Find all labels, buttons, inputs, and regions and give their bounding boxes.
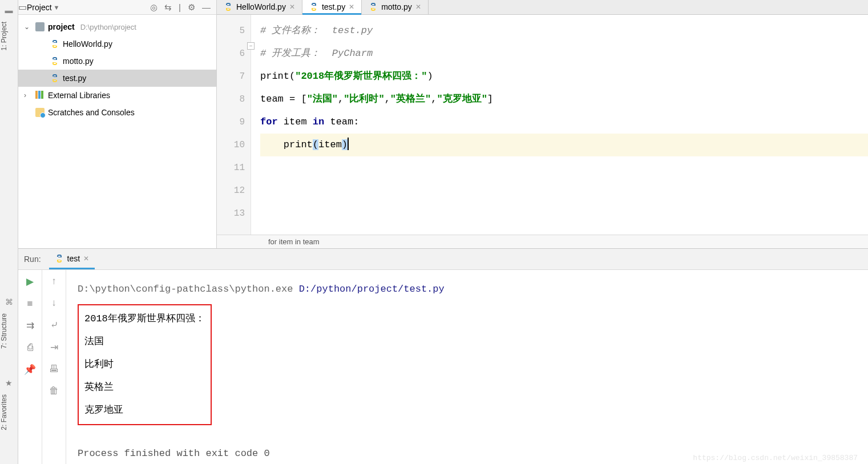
trash-icon[interactable]: 🗑 (49, 385, 59, 397)
console-command: D:\python\config-pathclass\python.exe D:… (78, 278, 857, 301)
gutter: – 5678910111213 (217, 15, 251, 235)
console-output[interactable]: D:\python\config-pathclass\python.exe D:… (66, 270, 868, 464)
layout-icon[interactable]: ⇉ (26, 320, 34, 332)
collapse-icon[interactable]: ⇆ (164, 2, 172, 13)
stop-icon[interactable]: ■ (27, 298, 33, 309)
run-label: Run: (24, 255, 41, 264)
run-tab-label: test (67, 254, 80, 263)
project-header: ▭ Project ▼ ◎ ⇆ | ⚙ — (18, 0, 216, 15)
python-icon (309, 2, 318, 11)
scratch-icon (35, 108, 45, 117)
chevron-down-icon[interactable]: ⌄ (24, 23, 32, 31)
tree-file[interactable]: test.py (18, 70, 216, 87)
tree-external-label: External Libraries (48, 91, 110, 100)
tree-scratches-label: Scratches and Consoles (48, 108, 135, 117)
project-dropdown-label[interactable]: Project (27, 3, 52, 12)
watermark: https://blog.csdn.net/weixin_39858387 (693, 447, 858, 464)
breadcrumb[interactable]: for item in team (217, 235, 868, 248)
folder-open-icon[interactable]: ▭ (18, 2, 27, 13)
editor-tabs: HelloWorld.py✕test.py✕motto.py✕ (217, 0, 868, 15)
close-icon[interactable]: ✕ (83, 255, 89, 263)
star-icon: ★ (0, 376, 18, 390)
code-line[interactable]: team = ["法国","比利时","英格兰","克罗地亚"] (260, 88, 868, 111)
tree-external[interactable]: › External Libraries (18, 87, 216, 104)
tree-root[interactable]: ⌄ project D:\python\project (18, 18, 216, 35)
tree-file-name: test.py (63, 74, 86, 83)
tab-label: motto.py (381, 2, 412, 11)
tree-file[interactable]: motto.py (18, 53, 216, 70)
tree-root-name: project (48, 22, 75, 31)
play-icon[interactable]: ▶ (26, 276, 34, 288)
close-icon[interactable]: ✕ (289, 3, 295, 11)
console-line: 2018年俄罗斯世界杯四强： (84, 308, 205, 330)
code-line[interactable]: for item in team: (260, 111, 868, 134)
rail-structure[interactable]: 7: Structure (0, 309, 8, 353)
tree-file-name: motto.py (63, 57, 94, 66)
console-line: 法国 (84, 330, 205, 353)
run-tools-primary: ▶ ■ ⇉ ⎙ 📌 (18, 270, 42, 464)
tree-file-name: HelloWorld.py (63, 39, 112, 49)
export-icon[interactable]: ⎙ (27, 342, 33, 353)
print-icon[interactable]: 🖶 (49, 364, 59, 375)
close-icon[interactable]: ✕ (415, 3, 421, 11)
code-line[interactable]: print(item) (260, 134, 868, 156)
project-sidebar: ▭ Project ▼ ◎ ⇆ | ⚙ — ⌄ project D:\pytho… (18, 0, 217, 248)
editor-area: HelloWorld.py✕test.py✕motto.py✕ – 567891… (217, 0, 868, 248)
tree-root-path: D:\python\project (80, 23, 136, 31)
run-header: Run: test ✕ (18, 249, 868, 270)
code-content[interactable]: # 文件名称： test.py# 开发工具： PyCharmprint("201… (251, 15, 868, 235)
code-line[interactable] (260, 156, 868, 179)
divider-icon: | (179, 2, 181, 13)
run-panel: Run: test ✕ ▶ ■ ⇉ ⎙ 📌 ↑ ↓ ⤶ ⇥ 🖶 🗑 D:\pyt… (18, 248, 868, 464)
tab-label: HelloWorld.py (236, 2, 286, 11)
code-line[interactable]: print("2018年俄罗斯世界杯四强：") (260, 65, 868, 88)
python-icon (50, 39, 59, 49)
close-icon[interactable]: ✕ (349, 3, 354, 11)
pin-icon[interactable]: 📌 (24, 364, 36, 376)
python-icon (224, 2, 233, 11)
rail-favorites[interactable]: 2: Favorites (0, 390, 8, 435)
tree-file[interactable]: HelloWorld.py (18, 35, 216, 53)
console-line: 比利时 (84, 353, 205, 376)
chevron-right-icon[interactable]: › (24, 91, 32, 99)
python-icon (55, 254, 64, 263)
run-tools-secondary: ↑ ↓ ⤶ ⇥ 🖶 🗑 (42, 270, 66, 464)
console-line: 英格兰 (84, 376, 205, 399)
code-line[interactable]: # 文件名称： test.py (260, 19, 868, 42)
code-line[interactable]: # 开发工具： PyCharm (260, 42, 868, 65)
library-icon (35, 91, 45, 100)
fold-toggle-icon[interactable]: – (247, 42, 255, 50)
tab-label: test.py (322, 2, 345, 11)
up-icon[interactable]: ↑ (51, 276, 56, 287)
console-highlight-box: 2018年俄罗斯世界杯四强：法国比利时英格兰克罗地亚 (78, 304, 212, 425)
code-line[interactable] (260, 202, 868, 225)
chevron-down-icon[interactable]: ▼ (54, 4, 60, 11)
rail-project[interactable]: 1: Project (0, 17, 8, 55)
code-area[interactable]: – 5678910111213 # 文件名称： test.py# 开发工具： P… (217, 15, 868, 235)
hide-icon[interactable]: — (202, 2, 211, 13)
tree-scratches[interactable]: Scratches and Consoles (18, 104, 216, 121)
code-line[interactable] (260, 179, 868, 202)
folder-icon: ▬ (0, 3, 18, 17)
target-icon[interactable]: ◎ (150, 2, 158, 13)
wrap-icon[interactable]: ⤶ (50, 319, 58, 331)
project-tree: ⌄ project D:\python\project HelloWorld.p… (18, 15, 216, 121)
structure-icon: ⌘ (0, 295, 18, 309)
editor-tab[interactable]: test.py✕ (302, 0, 362, 14)
python-icon (50, 74, 59, 83)
gear-icon[interactable]: ⚙ (188, 2, 195, 13)
python-icon (50, 57, 59, 66)
run-tab[interactable]: test ✕ (49, 249, 95, 269)
scroll-icon[interactable]: ⇥ (50, 341, 58, 353)
folder-icon (35, 22, 45, 31)
editor-tab[interactable]: motto.py✕ (362, 0, 429, 14)
python-icon (369, 2, 378, 11)
down-icon[interactable]: ↓ (51, 297, 56, 309)
editor-tab[interactable]: HelloWorld.py✕ (217, 0, 302, 14)
left-tool-rail: ▬ 1: Project ⌘ 7: Structure ★ 2: Favorit… (0, 0, 18, 464)
console-line: 克罗地亚 (84, 399, 205, 422)
